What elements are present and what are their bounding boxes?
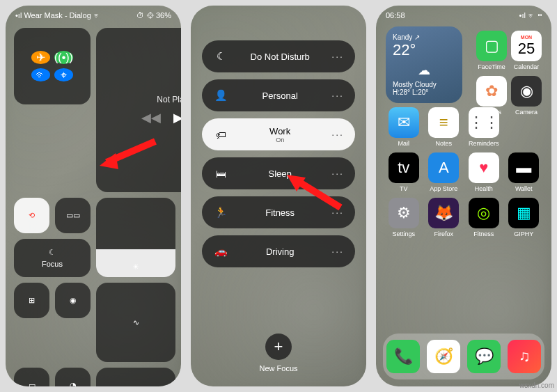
app-label: App Store [430, 185, 457, 192]
control-center-grid: ✈ ((•)) ᯤ ⌖ ◉ Not Playing ◀◀ ▶ ▶▶ ⟲ ▭▭ ☀… [6, 22, 181, 277]
wifi-icon[interactable]: ᯤ [31, 68, 50, 81]
app-tv[interactable]: tvTV [386, 152, 422, 192]
focus-item-fitness[interactable]: 🏃Fitness··· [202, 196, 355, 228]
app-calendar[interactable]: MON25Calendar [511, 31, 542, 70]
app-label: Reminders [469, 140, 499, 147]
app-notes[interactable]: ≡Notes [426, 107, 462, 147]
airplane-icon[interactable]: ✈ [31, 51, 50, 64]
app-health[interactable]: ♥Health [466, 152, 502, 192]
weather-cond: Mostly Cloudy [393, 81, 455, 88]
control-center-panel: •ıl Wear Mask - Dialog ᯤ ⏱ ⌖ 36% ✈ ((•))… [6, 6, 181, 386]
more-icon[interactable]: ··· [331, 90, 344, 101]
brightness-slider[interactable]: ☀ [96, 198, 175, 277]
cloud-icon: ☁ [393, 63, 455, 78]
cellular-icon[interactable]: ((•)) [54, 51, 73, 64]
app-label: Settings [392, 230, 415, 237]
app-label: Mail [398, 140, 409, 147]
shazam-tile[interactable]: ∿ [96, 283, 175, 362]
focus-item-label: Fitness [228, 207, 331, 218]
more-icon[interactable]: ··· [331, 129, 344, 140]
sound-icon: ∿ [133, 318, 139, 327]
weather-hl: H:28° L:20° [393, 88, 455, 96]
focus-item-sleep[interactable]: 🛏Sleep··· [202, 157, 355, 189]
calculator-tile[interactable]: ⊞ [14, 283, 49, 318]
more-icon[interactable]: ··· [331, 207, 344, 218]
app-label: Calendar [514, 63, 540, 70]
dock-app-icon[interactable]: 📞 [386, 340, 420, 373]
focus-item-label: Do Not Disturb [228, 52, 331, 62]
app-label: Notes [435, 140, 452, 147]
app-icon: ◉ [511, 76, 542, 107]
media-title: Not Playing [157, 95, 181, 104]
app-reminders[interactable]: ⋮⋮Reminders [466, 107, 502, 147]
weather-temp: 22° [393, 41, 455, 59]
focus-item-icon: 🏃 [213, 206, 228, 219]
weather-city: Kandy ↗ [393, 33, 455, 41]
bluetooth-icon[interactable]: ⌖ [54, 68, 73, 81]
focus-item-driving[interactable]: 🚗Driving··· [202, 235, 355, 267]
text-size-tile[interactable]: AA [96, 368, 175, 386]
media-tile[interactable]: ◉ Not Playing ◀◀ ▶ ▶▶ [96, 28, 181, 192]
app-app-store[interactable]: AApp Store [426, 152, 462, 192]
dock-app-icon[interactable]: 💬 [467, 340, 501, 373]
focus-item-icon: ☾ [213, 50, 228, 63]
app-wallet[interactable]: ▬Wallet [506, 152, 542, 192]
status-left: •ıl Wear Mask - Dialog ᯤ [15, 11, 101, 19]
app-mail[interactable]: ✉Mail [386, 107, 422, 147]
timer-icon: ◔ [70, 381, 77, 386]
mirroring-icon: ▭▭ [66, 211, 80, 220]
app-label: Health [475, 185, 493, 192]
calculator-icon: ⊞ [29, 296, 35, 305]
screen-mirroring-tile[interactable]: ▭▭ [55, 198, 91, 233]
lock-rotation-icon: ⟲ [29, 211, 35, 220]
app-fitness[interactable]: ◎Fitness [466, 198, 502, 237]
focus-item-icon: 🚗 [213, 245, 228, 258]
orientation-lock-tile[interactable]: ⟲ [14, 198, 49, 233]
timer-tile[interactable]: ◔ [55, 368, 91, 386]
app-icon: ✉ [389, 107, 419, 138]
more-icon[interactable]: ··· [331, 51, 344, 62]
app-icon: ≡ [428, 107, 459, 138]
connectivity-tile[interactable]: ✈ ((•)) ᯤ ⌖ [14, 28, 91, 104]
dock: 📞🧭💬♫ [383, 334, 544, 379]
app-icon: A [428, 152, 459, 183]
app-label: GIPHY [514, 230, 533, 237]
app-label: Fitness [473, 230, 494, 237]
app-icon: ◎ [469, 198, 499, 228]
focus-item-do-not-disturb[interactable]: ☾Do Not Disturb··· [202, 40, 355, 72]
app-icon: ▦ [508, 198, 539, 228]
focus-list-panel: ☾Do Not Disturb···👤Personal···🏷WorkOn···… [191, 6, 366, 386]
app-icon: ⋮⋮ [469, 107, 499, 138]
app-icon: MON25 [511, 31, 542, 61]
app-settings[interactable]: ⚙Settings [386, 198, 422, 237]
record-icon: ◉ [70, 296, 77, 305]
low-power-tile[interactable]: ▭ [14, 368, 49, 386]
app-icon: ♥ [469, 152, 499, 183]
focus-list: ☾Do Not Disturb···👤Personal···🏷WorkOn···… [191, 6, 366, 267]
app-giphy[interactable]: ▦GIPHY [506, 198, 542, 237]
dock-app-icon[interactable]: ♫ [508, 340, 541, 373]
app-icon: ▢ [476, 31, 507, 61]
status-right: ⏱ ⌖ 36% [136, 11, 171, 19]
focus-item-label: Personal [228, 91, 331, 101]
focus-item-label: Sleep [228, 168, 331, 179]
focus-item-personal[interactable]: 👤Personal··· [202, 79, 355, 111]
home-top-right-apps: ▢FaceTimeMON25Calendar✿Photos◉Camera [476, 31, 542, 116]
focus-tile[interactable]: ☾ Focus [14, 239, 91, 277]
new-focus-button[interactable]: + New Focus [191, 334, 366, 373]
focus-item-icon: 🛏 [213, 168, 228, 180]
prev-icon[interactable]: ◀◀ [141, 110, 161, 125]
app-firefox[interactable]: 🦊Firefox [426, 198, 462, 237]
moon-icon: ☾ [49, 248, 56, 257]
more-icon[interactable]: ··· [331, 168, 344, 179]
focus-item-work[interactable]: 🏷WorkOn··· [202, 118, 355, 150]
app-facetime[interactable]: ▢FaceTime [476, 31, 507, 70]
play-icon[interactable]: ▶ [173, 110, 181, 125]
weather-widget[interactable]: Kandy ↗ 22° ☁ Mostly Cloudy H:28° L:20° [386, 26, 462, 103]
dock-app-icon[interactable]: 🧭 [427, 340, 460, 373]
app-icon: ▬ [508, 152, 539, 183]
app-icon: tv [389, 152, 419, 183]
more-icon[interactable]: ··· [331, 246, 344, 257]
status-time: 06:58 [386, 11, 405, 19]
screen-record-tile[interactable]: ◉ [55, 283, 91, 318]
